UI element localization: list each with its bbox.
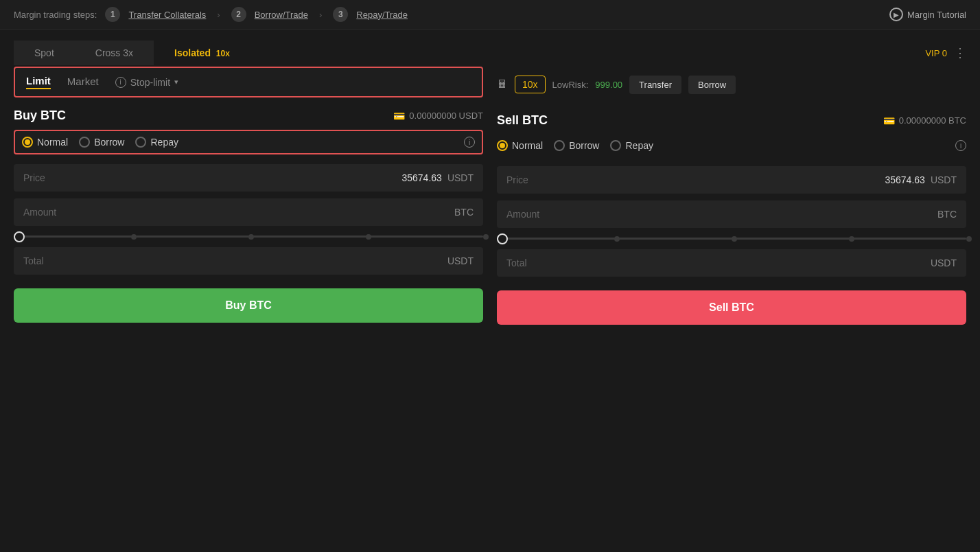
sell-normal-radio[interactable]: Normal (497, 140, 543, 151)
sell-amount-unit: BTC (937, 209, 957, 220)
sell-slider-thumb[interactable] (497, 233, 508, 244)
sell-price-unit: USDT (931, 174, 957, 185)
buy-repay-label: Repay (150, 137, 178, 148)
sell-wallet-icon: 💳 (883, 115, 895, 126)
sell-price-field[interactable]: Price 35674.63 USDT (497, 166, 966, 194)
sell-title: Sell BTC (497, 113, 548, 128)
buy-normal-label: Normal (37, 137, 68, 148)
buy-price-value: 35674.63 (401, 172, 441, 183)
play-icon: ▶ (889, 8, 903, 21)
step-1-num: 1 (105, 7, 120, 22)
stop-limit-tab[interactable]: i Stop-limit ▾ (115, 77, 178, 88)
buy-normal-circle (22, 137, 33, 148)
sell-button[interactable]: Sell BTC (497, 290, 966, 325)
margin-steps-label: Margin trading steps: (14, 10, 97, 20)
buy-slider-thumb[interactable] (14, 231, 25, 242)
buy-slider-dot-25 (131, 234, 137, 240)
sell-slider[interactable] (497, 238, 966, 240)
sell-price-label: Price (506, 174, 528, 185)
order-type-tabs: Limit Market i Stop-limit ▾ (14, 67, 483, 97)
sell-borrow-label: Borrow (569, 140, 599, 151)
sell-amount-field[interactable]: Amount BTC (497, 200, 966, 228)
sell-repay-circle (610, 140, 621, 151)
sell-balance: 0.00000000 BTC (899, 115, 966, 126)
sell-repay-label: Repay (625, 140, 653, 151)
sell-slider-dot-25 (614, 236, 620, 242)
sell-balance-info: 💳 0.00000000 BTC (883, 115, 966, 126)
sell-normal-circle (497, 140, 508, 151)
buy-borrow-circle (79, 137, 90, 148)
arrow-2: › (319, 10, 322, 20)
sell-slider-track (497, 238, 966, 240)
limit-tab[interactable]: Limit (26, 75, 51, 89)
stop-limit-info-icon: i (115, 77, 126, 88)
step-2-num: 2 (231, 7, 246, 22)
step-2-link[interactable]: Borrow/Trade (255, 10, 308, 20)
buy-amount-label: Amount (23, 207, 56, 218)
sell-normal-dot (500, 143, 505, 148)
buy-slider-track (14, 235, 483, 238)
buy-slider[interactable] (14, 235, 483, 238)
wallet-icon: 💳 (393, 111, 405, 122)
buy-normal-radio[interactable]: Normal (22, 137, 68, 148)
margin-tutorial-link[interactable]: ▶ Margin Tutorial (889, 8, 966, 21)
lowrisk-value: 999.00 (595, 80, 622, 90)
more-options-icon[interactable]: ⋮ (954, 45, 966, 60)
sell-panel: 🖩 10x LowRisk: 999.00 Transfer Borrow Se… (497, 67, 966, 325)
buy-balance-info: 💳 0.00000000 USDT (393, 111, 483, 122)
tab-isolated[interactable]: Isolated 10x (154, 41, 250, 65)
calculator-icon[interactable]: 🖩 (497, 78, 508, 91)
sell-total-label: Total (506, 257, 527, 268)
step-1-link[interactable]: Transfer Collaterals (128, 10, 206, 20)
sell-radio-group: Normal Borrow Repay i (497, 135, 966, 157)
sell-total-field[interactable]: Total USDT (497, 249, 966, 277)
tab-cross[interactable]: Cross 3x (75, 41, 154, 65)
sell-panel-header: Sell BTC 💳 0.00000000 BTC (497, 113, 966, 128)
sell-slider-dot-50 (732, 236, 737, 242)
buy-borrow-radio[interactable]: Borrow (79, 137, 124, 148)
buy-price-field[interactable]: Price 35674.63 USDT (14, 164, 483, 192)
buy-price-label: Price (23, 172, 45, 183)
buy-price-unit: USDT (447, 172, 474, 183)
isolated-badge: 10x (216, 49, 230, 58)
stop-limit-chevron: ▾ (174, 78, 178, 87)
buy-slider-dot-100 (483, 234, 489, 240)
buy-total-unit: USDT (447, 255, 474, 266)
borrow-button[interactable]: Borrow (688, 76, 736, 94)
buy-slider-dot-50 (248, 234, 254, 240)
sell-slider-dot-100 (966, 236, 972, 242)
buy-amount-field[interactable]: Amount BTC (14, 198, 483, 226)
sell-price-value: 35674.63 (885, 174, 924, 185)
sell-normal-label: Normal (512, 140, 543, 151)
buy-total-label: Total (23, 255, 44, 266)
leverage-badge[interactable]: 10x (515, 76, 546, 93)
arrow-1: › (217, 10, 220, 20)
sell-radio-info-icon[interactable]: i (955, 140, 966, 151)
market-tab[interactable]: Market (67, 76, 99, 89)
sell-borrow-circle (554, 140, 565, 151)
buy-radio-info-icon[interactable]: i (464, 137, 475, 148)
buy-normal-dot (25, 139, 30, 145)
buy-slider-dot-75 (366, 234, 371, 240)
sell-total-unit: USDT (931, 257, 957, 268)
transfer-button[interactable]: Transfer (629, 76, 681, 94)
buy-radio-group: Normal Borrow Repay i (14, 130, 483, 154)
sell-repay-radio[interactable]: Repay (610, 140, 653, 151)
sell-borrow-radio[interactable]: Borrow (554, 140, 599, 151)
buy-repay-circle (135, 137, 146, 148)
step-3-link[interactable]: Repay/Trade (356, 10, 408, 20)
lowrisk-label: LowRisk: (552, 80, 589, 90)
vip-badge: VIP 0 (925, 48, 947, 58)
buy-button[interactable]: Buy BTC (14, 288, 483, 323)
top-bar: Margin trading steps: 1 Transfer Collate… (0, 0, 980, 30)
buy-borrow-label: Borrow (94, 137, 124, 148)
tab-spot[interactable]: Spot (14, 41, 75, 65)
step-3-num: 3 (333, 7, 348, 22)
right-toolbar: 🖩 10x LowRisk: 999.00 Transfer Borrow (497, 67, 966, 102)
buy-total-field[interactable]: Total USDT (14, 247, 483, 275)
buy-panel-header: Buy BTC 💳 0.00000000 USDT (14, 108, 483, 123)
buy-title: Buy BTC (14, 108, 66, 123)
buy-repay-radio[interactable]: Repay (135, 137, 178, 148)
buy-price-row: 35674.63 USDT (401, 172, 474, 183)
sell-slider-dot-75 (849, 236, 854, 242)
